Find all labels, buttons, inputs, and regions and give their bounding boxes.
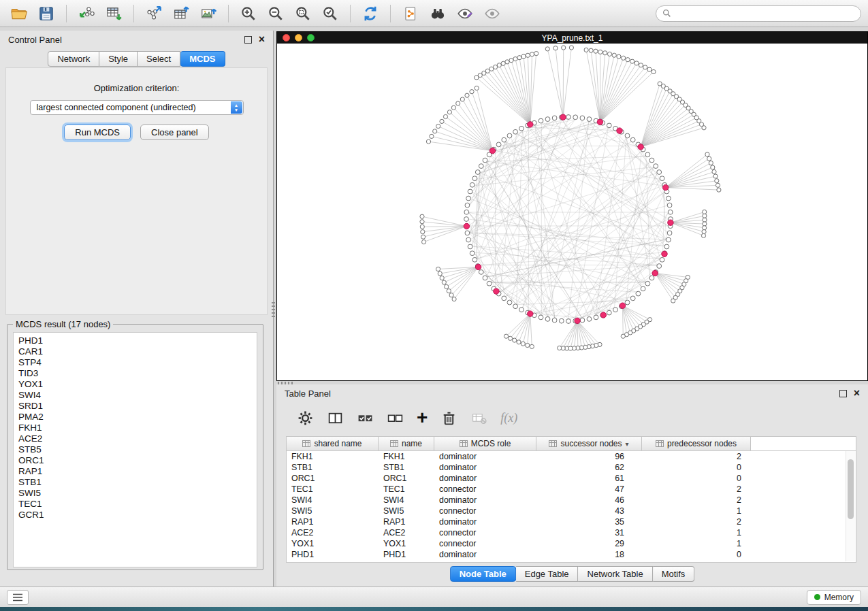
table-cell: 2	[642, 484, 751, 494]
table-row[interactable]: SWI4SWI4dominator462	[287, 495, 856, 506]
table-cell: 96	[536, 452, 642, 461]
table-cell: connector	[434, 539, 536, 548]
import-table-disabled-button	[470, 410, 487, 427]
tab-select[interactable]: Select	[138, 51, 180, 67]
mcds-node-item[interactable]: TID3	[18, 368, 252, 379]
show-graphics-details-button[interactable]	[480, 3, 504, 24]
network-window-titlebar[interactable]: YPA_prune.txt_1	[277, 32, 867, 44]
mcds-result-list[interactable]: PHD1CAR1STP4TID3YOX1SWI4SRD1PMA2FKH1ACE2…	[13, 332, 257, 567]
table-row[interactable]: ORC1ORC1dominator610	[287, 473, 856, 484]
table-cell: YOX1	[379, 539, 434, 548]
vertical-splitter[interactable]	[272, 302, 275, 317]
table-cell: 29	[536, 539, 642, 548]
tab-edge-table[interactable]: Edge Table	[516, 566, 579, 582]
export-table-button[interactable]	[169, 3, 193, 24]
add-column-button[interactable]: +	[417, 410, 428, 425]
run-mcds-button[interactable]: Run MCDS	[64, 125, 131, 140]
tab-node-table[interactable]: Node Table	[450, 566, 516, 582]
tab-mcds[interactable]: MCDS	[180, 51, 225, 67]
export-network-button[interactable]	[142, 3, 166, 24]
mcds-node-item[interactable]: TEC1	[18, 499, 252, 510]
table-settings-button[interactable]	[297, 410, 314, 427]
minimize-window-button[interactable]	[295, 34, 302, 42]
zoom-out-button[interactable]	[263, 3, 288, 24]
mcds-node-item[interactable]: GCR1	[18, 510, 252, 521]
mcds-node-item[interactable]: CAR1	[18, 346, 252, 357]
hide-graphics-details-button[interactable]	[453, 3, 477, 24]
table-cell: connector	[434, 484, 536, 494]
mcds-node-item[interactable]: PMA2	[18, 412, 252, 423]
table-row[interactable]: ACE2ACE2connector311	[287, 527, 856, 538]
select-all-button[interactable]	[357, 410, 374, 427]
table-row[interactable]: TEC1TEC1connector472	[287, 484, 856, 495]
hamburger-icon	[12, 593, 24, 602]
close-window-button[interactable]	[283, 34, 290, 42]
memory-button[interactable]: Memory	[807, 590, 861, 605]
zoom-selected-button[interactable]	[318, 3, 342, 24]
combo-stepper-icon: ▲▼	[231, 101, 242, 114]
table-row[interactable]: YOX1YOX1connector291	[287, 538, 856, 549]
table-scrollbar[interactable]	[846, 451, 855, 561]
mcds-node-item[interactable]: SWI5	[18, 488, 252, 499]
close-table-panel-icon[interactable]: ×	[854, 390, 860, 397]
criterion-selected-value: largest connected component (undirected)	[37, 103, 196, 112]
table-row[interactable]: RAP1RAP1dominator352	[287, 516, 856, 527]
column-header-predecessor-nodes[interactable]: predecessor nodes	[642, 437, 751, 450]
find-button[interactable]	[425, 3, 450, 24]
tab-style[interactable]: Style	[99, 51, 138, 67]
column-type-icon	[460, 440, 468, 447]
close-mcds-panel-button[interactable]: Close panel	[140, 125, 209, 140]
scrollbar-thumb[interactable]	[848, 459, 854, 519]
float-table-panel-icon[interactable]	[839, 390, 847, 397]
mcds-node-item[interactable]: STP4	[18, 357, 252, 368]
export-image-button[interactable]	[196, 3, 221, 24]
import-table-button[interactable]	[101, 3, 126, 24]
table-cell: dominator	[434, 452, 536, 461]
zoom-in-button[interactable]	[236, 3, 261, 24]
table-row[interactable]: FKH1FKH1dominator962	[287, 451, 856, 462]
mcds-node-item[interactable]: FKH1	[18, 423, 252, 433]
table-row[interactable]: SWI5SWI5connector431	[287, 506, 856, 516]
float-panel-icon[interactable]	[244, 36, 252, 44]
show-columns-button[interactable]	[327, 410, 344, 427]
status-menu-button[interactable]	[7, 590, 29, 605]
refresh-layout-button[interactable]	[358, 3, 383, 24]
mcds-node-item[interactable]: YOX1	[18, 379, 252, 390]
mcds-node-item[interactable]: STB1	[18, 477, 252, 488]
tab-network[interactable]: Network	[48, 51, 99, 67]
zoom-fit-button[interactable]	[291, 3, 315, 24]
column-header-name[interactable]: name	[379, 437, 434, 450]
table-row[interactable]: STB1STB1dominator620	[287, 462, 856, 473]
share-document-button[interactable]	[398, 3, 423, 24]
open-session-button[interactable]	[7, 3, 31, 24]
search-box[interactable]	[656, 5, 861, 22]
table-disabled-icon	[470, 410, 487, 427]
toolbar-separator	[390, 5, 391, 22]
mcds-node-item[interactable]: ORC1	[18, 455, 252, 466]
mcds-node-item[interactable]: STB5	[18, 444, 252, 455]
table-cell: SWI5	[379, 506, 434, 516]
mcds-node-item[interactable]: RAP1	[18, 466, 252, 477]
tab-network-table[interactable]: Network Table	[579, 566, 653, 582]
column-header-MCDS-role[interactable]: MCDS role	[434, 437, 536, 450]
search-input[interactable]	[675, 8, 854, 19]
control-panel-tabs: Network Style Select MCDS	[0, 51, 273, 67]
optimization-criterion-label: Optimization criterion:	[6, 83, 267, 93]
criterion-select[interactable]: largest connected component (undirected)…	[30, 100, 244, 115]
save-session-button[interactable]	[34, 3, 59, 24]
column-header-successor-nodes[interactable]: successor nodes▾	[536, 437, 642, 450]
import-network-button[interactable]	[74, 3, 99, 24]
column-header-shared-name[interactable]: shared name	[287, 437, 379, 450]
network-canvas[interactable]	[277, 44, 867, 380]
table-row[interactable]: PHD1PHD1dominator180	[287, 549, 856, 560]
delete-column-button[interactable]	[440, 410, 457, 427]
mcds-node-item[interactable]: SWI4	[18, 390, 252, 401]
tab-motifs[interactable]: Motifs	[653, 566, 695, 582]
zoom-window-button[interactable]	[307, 34, 315, 42]
close-panel-icon[interactable]: ×	[259, 36, 265, 43]
mcds-node-item[interactable]: PHD1	[18, 335, 252, 346]
mcds-node-item[interactable]: SRD1	[18, 401, 252, 412]
magnifier-fit-icon	[294, 5, 312, 22]
mcds-node-item[interactable]: ACE2	[18, 433, 252, 444]
deselect-all-button[interactable]	[387, 410, 404, 427]
